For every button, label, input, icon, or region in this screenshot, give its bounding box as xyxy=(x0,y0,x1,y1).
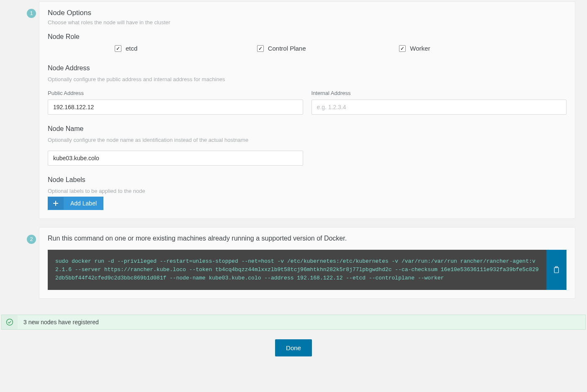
checkbox-etcd-label: etcd xyxy=(126,45,137,52)
plus-icon xyxy=(48,197,64,210)
command-text: sudo docker run -d --privileged --restar… xyxy=(48,250,546,290)
svg-point-2 xyxy=(7,319,13,325)
checkbox-control-plane[interactable]: ✓ Control Plane xyxy=(257,45,399,52)
step-2-badge: 2 xyxy=(27,235,36,244)
internal-address-input[interactable] xyxy=(312,100,567,115)
checkbox-worker-label: Worker xyxy=(410,45,430,52)
checkbox-control-plane-label: Control Plane xyxy=(268,45,306,52)
public-address-input[interactable] xyxy=(48,100,303,115)
node-labels-desc: Optional labels to be applied to the nod… xyxy=(48,188,566,194)
svg-rect-0 xyxy=(554,267,559,273)
public-address-label: Public Address xyxy=(48,90,303,96)
checkbox-etcd[interactable]: ✓ etcd xyxy=(115,45,257,52)
checkbox-worker[interactable]: ✓ Worker xyxy=(399,45,541,52)
check-icon: ✓ xyxy=(399,45,406,52)
node-options-title: Node Options xyxy=(48,9,566,17)
add-label-button[interactable]: Add Label xyxy=(48,197,103,210)
done-button[interactable]: Done xyxy=(275,339,312,356)
node-address-title: Node Address xyxy=(48,64,566,72)
node-role-title: Node Role xyxy=(48,33,566,41)
node-name-input[interactable] xyxy=(48,151,303,166)
clipboard-icon xyxy=(553,266,560,274)
run-command-panel: 2 Run this command on one or more existi… xyxy=(39,227,575,299)
node-role-checkboxes: ✓ etcd ✓ Control Plane ✓ Worker xyxy=(48,45,566,52)
copy-command-button[interactable] xyxy=(546,250,566,290)
success-icon xyxy=(2,315,18,329)
node-labels-title: Node Labels xyxy=(48,176,566,184)
notification-text: 3 new nodes have registered xyxy=(18,315,105,329)
check-icon: ✓ xyxy=(115,45,121,52)
add-label-text: Add Label xyxy=(64,197,103,210)
step-1-badge: 1 xyxy=(27,9,36,18)
node-options-desc: Choose what roles the node will have in … xyxy=(48,19,566,26)
internal-address-label: Internal Address xyxy=(312,90,567,96)
check-icon: ✓ xyxy=(257,45,264,52)
run-command-text: Run this command on one or more existing… xyxy=(48,235,566,242)
node-name-desc: Optionally configure the node name as id… xyxy=(48,137,566,143)
command-block: sudo docker run -d --privileged --restar… xyxy=(48,250,566,290)
node-options-panel: 1 Node Options Choose what roles the nod… xyxy=(39,1,575,219)
registration-notification: 3 new nodes have registered xyxy=(1,315,586,330)
node-address-desc: Optionally configure the public address … xyxy=(48,76,566,82)
node-name-title: Node Name xyxy=(48,125,566,133)
